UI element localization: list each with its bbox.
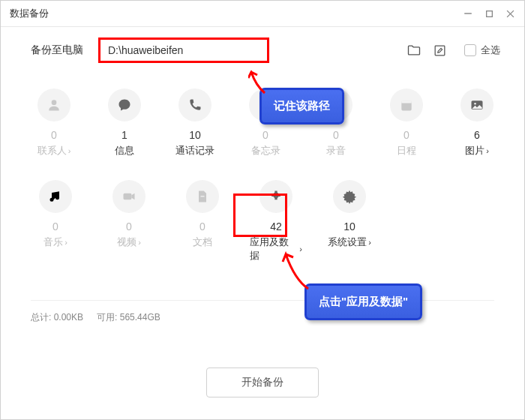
phone-icon <box>178 88 212 122</box>
svg-rect-1 <box>486 10 492 16</box>
toolbar: 备份至电脑 D:\huaweibeifen 全选 <box>1 27 524 74</box>
svg-point-5 <box>52 100 57 105</box>
highlight-apps-box <box>233 194 287 237</box>
start-backup-button[interactable]: 开始备份 <box>206 368 319 398</box>
callout-path: 记住该路径 <box>260 88 344 124</box>
category-image[interactable]: 6图片› <box>452 88 502 158</box>
category-gear[interactable]: 10系统设置› <box>323 180 376 262</box>
category-label: 通话记录 <box>176 144 214 158</box>
backup-path-input[interactable]: D:\huaweibeifen <box>98 38 269 63</box>
category-count: 1 <box>122 129 128 141</box>
category-calendar[interactable]: 0日程 <box>382 88 431 158</box>
image-icon <box>460 88 494 122</box>
category-music[interactable]: 0音乐› <box>29 180 82 262</box>
chevron-right-icon: › <box>64 238 68 247</box>
chevron-right-icon: › <box>68 146 71 155</box>
svg-rect-11 <box>401 100 411 103</box>
category-label: 音乐› <box>44 236 68 249</box>
select-all-label: 全选 <box>481 44 500 57</box>
avail-stat: 可用: 565.44GB <box>97 311 160 324</box>
category-count: 0 <box>126 220 132 232</box>
category-grid: 0联系人›1信息10通话记录0备忘录0录音0日程6图片› 0音乐›0视频›0文档… <box>1 74 524 292</box>
maximize-button[interactable] <box>484 8 494 19</box>
category-label: 录音 <box>326 144 346 158</box>
callout-apps: 点击"应用及数据" <box>304 284 422 320</box>
category-label: 系统设置› <box>328 236 371 249</box>
chat-icon <box>108 88 141 122</box>
divider <box>31 300 494 301</box>
svg-rect-14 <box>124 194 132 200</box>
select-all-checkbox[interactable] <box>464 44 476 56</box>
category-count: 0 <box>333 129 339 141</box>
category-label: 文档 <box>193 236 212 249</box>
category-label: 联系人› <box>38 144 71 158</box>
music-icon <box>39 180 72 213</box>
category-count: 0 <box>200 220 206 232</box>
category-label: 日程 <box>397 144 416 158</box>
edit-icon[interactable] <box>431 42 448 58</box>
category-count: 0 <box>262 129 268 141</box>
category-label: 视频› <box>117 236 141 249</box>
minimize-button[interactable] <box>463 8 473 19</box>
close-button[interactable] <box>505 8 515 19</box>
category-count: 10 <box>189 129 201 141</box>
titlebar: 数据备份 <box>1 1 524 27</box>
category-label: 备忘录 <box>251 144 280 158</box>
category-count: 0 <box>51 129 57 141</box>
chevron-right-icon: › <box>486 146 489 155</box>
svg-rect-4 <box>435 46 445 56</box>
person-icon <box>38 88 70 122</box>
category-person[interactable]: 0联系人› <box>29 88 79 158</box>
select-all[interactable]: 全选 <box>464 44 500 57</box>
category-phone[interactable]: 10通话记录 <box>170 88 220 158</box>
chevron-right-icon: › <box>368 238 371 247</box>
category-video[interactable]: 0视频› <box>103 180 155 262</box>
doc-icon <box>186 180 219 213</box>
stats-row: 总计: 0.00KB 可用: 565.44GB <box>1 308 524 327</box>
total-stat: 总计: 0.00KB <box>31 311 83 324</box>
folder-icon[interactable] <box>406 42 422 58</box>
category-chat[interactable]: 1信息 <box>100 88 149 158</box>
window-title: 数据备份 <box>10 7 49 20</box>
chevron-right-icon: › <box>138 238 141 247</box>
calendar-icon <box>390 88 423 122</box>
window-controls <box>463 8 515 19</box>
category-count: 0 <box>52 220 58 232</box>
video-icon <box>112 180 146 213</box>
category-label: 图片› <box>465 144 489 158</box>
category-count: 10 <box>344 220 356 232</box>
category-count: 6 <box>474 129 480 141</box>
footer: 开始备份 <box>0 368 525 398</box>
category-label: 信息 <box>115 144 134 158</box>
category-doc[interactable]: 0文档 <box>176 180 229 262</box>
svg-rect-15 <box>201 196 205 196</box>
svg-point-13 <box>474 103 476 105</box>
backup-to-label: 备份至电脑 <box>31 44 83 57</box>
gear-icon <box>333 180 366 213</box>
category-count: 0 <box>404 129 410 141</box>
